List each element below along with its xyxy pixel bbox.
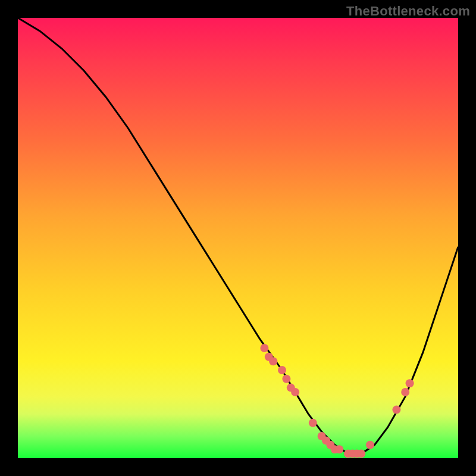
data-point	[401, 388, 409, 396]
bottleneck-curve	[18, 18, 458, 454]
data-point	[309, 419, 317, 427]
data-point-group	[260, 344, 414, 458]
data-point	[291, 388, 299, 396]
data-point	[269, 357, 277, 365]
data-point	[392, 406, 400, 414]
data-point	[282, 375, 290, 383]
data-point	[335, 445, 343, 453]
data-point	[406, 379, 414, 387]
data-point	[278, 366, 286, 374]
bottleneck-chart-svg	[18, 18, 458, 458]
page-root: TheBottleneck.com	[0, 0, 476, 476]
data-point	[357, 450, 365, 458]
data-point	[366, 441, 374, 449]
data-point	[260, 344, 268, 352]
attribution-label: TheBottleneck.com	[346, 4, 470, 19]
chart-area	[18, 18, 458, 458]
